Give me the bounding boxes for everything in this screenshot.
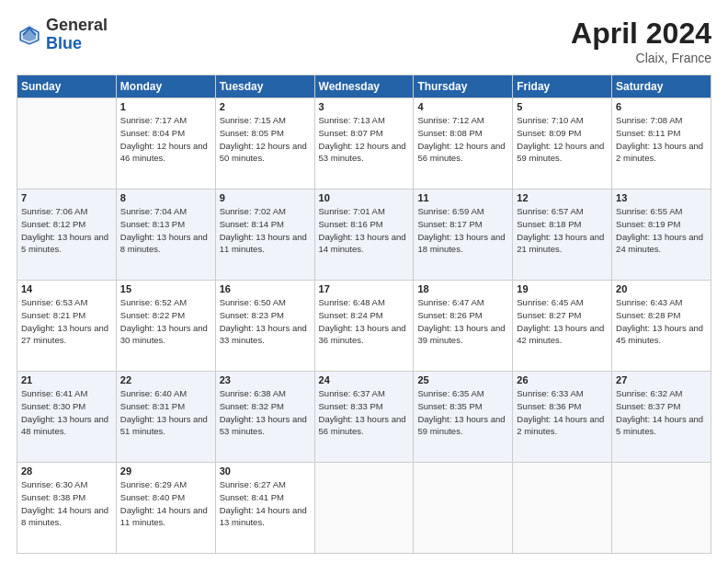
day-number: 10 (319, 192, 410, 203)
day-info: Sunrise: 6:38 AMSunset: 8:32 PMDaylight:… (220, 387, 311, 438)
title-block: April 2024 Claix, France (571, 17, 711, 65)
calendar-cell: 21Sunrise: 6:41 AMSunset: 8:30 PMDayligh… (17, 372, 117, 463)
calendar-week-row: 1Sunrise: 7:17 AMSunset: 8:04 PMDaylight… (17, 98, 711, 190)
calendar-cell: 16Sunrise: 6:50 AMSunset: 8:23 PMDayligh… (215, 281, 314, 372)
calendar-header-monday: Monday (116, 75, 215, 98)
calendar-cell: 11Sunrise: 6:59 AMSunset: 8:17 PMDayligh… (414, 190, 513, 281)
day-info: Sunrise: 7:13 AMSunset: 8:07 PMDaylight:… (319, 114, 410, 165)
calendar-cell: 14Sunrise: 6:53 AMSunset: 8:21 PMDayligh… (17, 281, 117, 372)
day-number: 28 (21, 465, 112, 477)
logo-text: General Blue (46, 17, 108, 53)
day-info: Sunrise: 6:41 AMSunset: 8:30 PMDaylight:… (21, 387, 112, 438)
calendar-header-row: SundayMondayTuesdayWednesdayThursdayFrid… (17, 75, 711, 98)
calendar-cell (414, 463, 513, 554)
calendar-cell: 24Sunrise: 6:37 AMSunset: 8:33 PMDayligh… (314, 372, 414, 463)
calendar-cell: 20Sunrise: 6:43 AMSunset: 8:28 PMDayligh… (612, 281, 711, 372)
calendar-week-row: 21Sunrise: 6:41 AMSunset: 8:30 PMDayligh… (17, 372, 711, 463)
calendar-cell: 5Sunrise: 7:10 AMSunset: 8:09 PMDaylight… (513, 98, 612, 190)
logo-general: General (46, 17, 108, 35)
calendar-cell: 4Sunrise: 7:12 AMSunset: 8:08 PMDaylight… (414, 98, 513, 190)
day-number: 18 (417, 283, 508, 294)
calendar-cell: 13Sunrise: 6:55 AMSunset: 8:19 PMDayligh… (612, 190, 711, 281)
calendar-header-saturday: Saturday (612, 75, 711, 98)
day-number: 24 (319, 374, 410, 385)
day-info: Sunrise: 6:45 AMSunset: 8:27 PMDaylight:… (517, 296, 608, 347)
day-info: Sunrise: 6:40 AMSunset: 8:31 PMDaylight:… (120, 387, 211, 438)
header: General Blue April 2024 Claix, France (17, 17, 711, 65)
day-number: 12 (517, 192, 608, 203)
calendar-cell (17, 98, 117, 190)
day-number: 16 (220, 283, 311, 294)
day-info: Sunrise: 7:08 AMSunset: 8:11 PMDaylight:… (616, 114, 707, 165)
calendar-week-row: 7Sunrise: 7:06 AMSunset: 8:12 PMDaylight… (17, 190, 711, 281)
day-info: Sunrise: 6:33 AMSunset: 8:36 PMDaylight:… (517, 387, 608, 438)
day-info: Sunrise: 7:06 AMSunset: 8:12 PMDaylight:… (21, 205, 112, 256)
day-info: Sunrise: 7:02 AMSunset: 8:14 PMDaylight:… (220, 205, 311, 256)
calendar-cell: 19Sunrise: 6:45 AMSunset: 8:27 PMDayligh… (513, 281, 612, 372)
calendar-week-row: 14Sunrise: 6:53 AMSunset: 8:21 PMDayligh… (17, 281, 711, 372)
logo-blue: Blue (46, 35, 108, 53)
day-number: 8 (120, 192, 211, 203)
day-number: 14 (21, 283, 112, 294)
calendar-cell: 18Sunrise: 6:47 AMSunset: 8:26 PMDayligh… (414, 281, 513, 372)
calendar-cell: 26Sunrise: 6:33 AMSunset: 8:36 PMDayligh… (513, 372, 612, 463)
day-info: Sunrise: 7:17 AMSunset: 8:04 PMDaylight:… (120, 114, 211, 165)
day-info: Sunrise: 7:01 AMSunset: 8:16 PMDaylight:… (319, 205, 410, 256)
day-number: 22 (120, 374, 211, 385)
calendar-cell: 7Sunrise: 7:06 AMSunset: 8:12 PMDaylight… (17, 190, 117, 281)
day-number: 2 (220, 101, 311, 112)
day-number: 19 (517, 283, 608, 294)
calendar-cell: 2Sunrise: 7:15 AMSunset: 8:05 PMDaylight… (215, 98, 314, 190)
day-number: 29 (120, 465, 211, 477)
day-info: Sunrise: 7:15 AMSunset: 8:05 PMDaylight:… (220, 114, 311, 165)
page: General Blue April 2024 Claix, France Su… (0, 0, 728, 563)
location: Claix, France (571, 51, 711, 65)
calendar-header-thursday: Thursday (414, 75, 513, 98)
day-number: 6 (616, 101, 707, 112)
day-number: 9 (220, 192, 311, 203)
logo-icon (17, 22, 42, 48)
calendar-cell: 25Sunrise: 6:35 AMSunset: 8:35 PMDayligh… (414, 372, 513, 463)
calendar-header-tuesday: Tuesday (215, 75, 314, 98)
calendar-header-sunday: Sunday (17, 75, 117, 98)
day-number: 15 (120, 283, 211, 294)
calendar-header-wednesday: Wednesday (314, 75, 414, 98)
calendar-cell: 15Sunrise: 6:52 AMSunset: 8:22 PMDayligh… (116, 281, 215, 372)
calendar-cell: 10Sunrise: 7:01 AMSunset: 8:16 PMDayligh… (314, 190, 414, 281)
day-number: 30 (220, 465, 311, 477)
day-info: Sunrise: 6:29 AMSunset: 8:40 PMDaylight:… (120, 478, 211, 529)
calendar-cell: 9Sunrise: 7:02 AMSunset: 8:14 PMDaylight… (215, 190, 314, 281)
day-info: Sunrise: 6:35 AMSunset: 8:35 PMDaylight:… (417, 387, 508, 438)
day-number: 11 (417, 192, 508, 203)
calendar-cell: 27Sunrise: 6:32 AMSunset: 8:37 PMDayligh… (612, 372, 711, 463)
calendar-cell (612, 463, 711, 554)
day-info: Sunrise: 6:53 AMSunset: 8:21 PMDaylight:… (21, 296, 112, 347)
calendar-cell: 6Sunrise: 7:08 AMSunset: 8:11 PMDaylight… (612, 98, 711, 190)
calendar-cell: 30Sunrise: 6:27 AMSunset: 8:41 PMDayligh… (215, 463, 314, 554)
day-info: Sunrise: 6:43 AMSunset: 8:28 PMDaylight:… (616, 296, 707, 347)
day-number: 23 (220, 374, 311, 385)
calendar-week-row: 28Sunrise: 6:30 AMSunset: 8:38 PMDayligh… (17, 463, 711, 554)
day-number: 1 (120, 101, 211, 112)
day-number: 27 (616, 374, 707, 385)
calendar: SundayMondayTuesdayWednesdayThursdayFrid… (17, 75, 711, 554)
day-info: Sunrise: 6:32 AMSunset: 8:37 PMDaylight:… (616, 387, 707, 438)
calendar-cell: 3Sunrise: 7:13 AMSunset: 8:07 PMDaylight… (314, 98, 414, 190)
day-info: Sunrise: 6:55 AMSunset: 8:19 PMDaylight:… (616, 205, 707, 256)
day-info: Sunrise: 6:30 AMSunset: 8:38 PMDaylight:… (21, 478, 112, 529)
day-number: 3 (319, 101, 410, 112)
day-number: 13 (616, 192, 707, 203)
calendar-cell (513, 463, 612, 554)
day-number: 5 (517, 101, 608, 112)
day-number: 20 (616, 283, 707, 294)
day-info: Sunrise: 6:47 AMSunset: 8:26 PMDaylight:… (417, 296, 508, 347)
day-number: 4 (417, 101, 508, 112)
day-info: Sunrise: 7:10 AMSunset: 8:09 PMDaylight:… (517, 114, 608, 165)
day-info: Sunrise: 6:50 AMSunset: 8:23 PMDaylight:… (220, 296, 311, 347)
calendar-cell: 29Sunrise: 6:29 AMSunset: 8:40 PMDayligh… (116, 463, 215, 554)
day-number: 25 (417, 374, 508, 385)
day-number: 17 (319, 283, 410, 294)
day-info: Sunrise: 6:48 AMSunset: 8:24 PMDaylight:… (319, 296, 410, 347)
day-info: Sunrise: 6:37 AMSunset: 8:33 PMDaylight:… (319, 387, 410, 438)
calendar-cell: 23Sunrise: 6:38 AMSunset: 8:32 PMDayligh… (215, 372, 314, 463)
